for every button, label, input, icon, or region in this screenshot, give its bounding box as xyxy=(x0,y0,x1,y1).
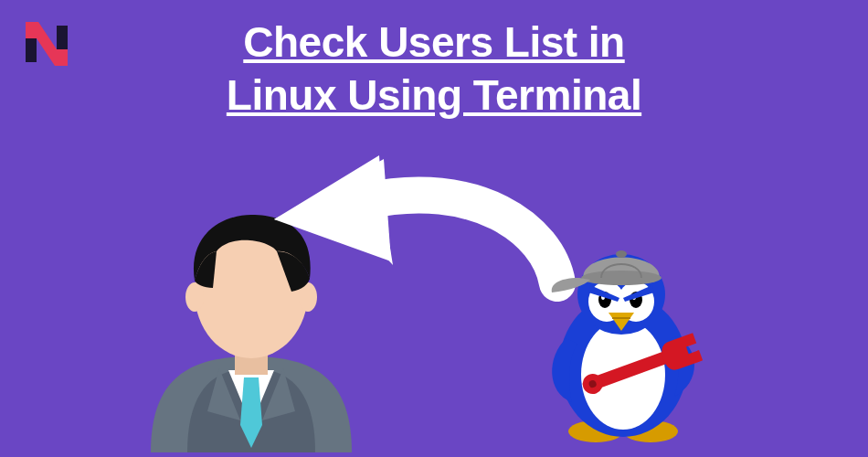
svg-point-11 xyxy=(185,282,204,312)
svg-point-34 xyxy=(616,250,627,258)
title-line-1: Check Users List in xyxy=(243,18,624,66)
svg-marker-14 xyxy=(274,159,391,261)
svg-point-33 xyxy=(581,271,662,285)
penguin-mechanic-icon xyxy=(530,228,722,452)
page-title: Check Users List in Linux Using Terminal xyxy=(0,16,868,122)
title-line-2: Linux Using Terminal xyxy=(227,71,641,119)
